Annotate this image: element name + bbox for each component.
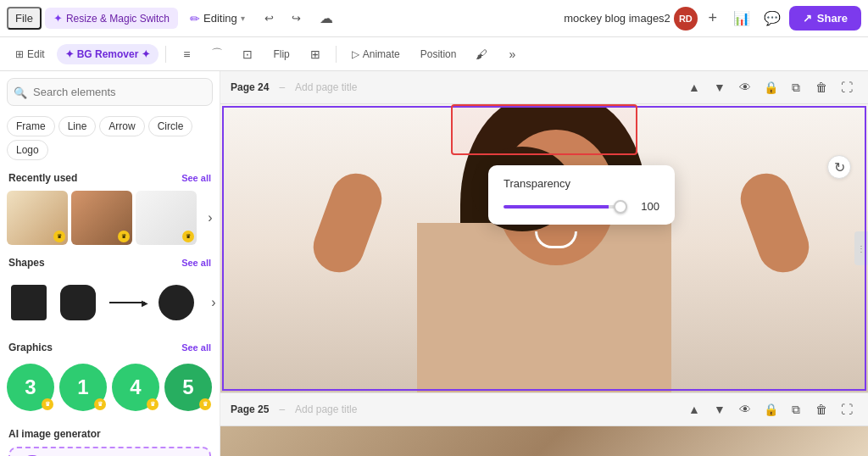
recent-item-1[interactable]: ♛ [7, 191, 68, 245]
cloud-save-button[interactable]: ☁ [313, 5, 340, 32]
document-name: mockey blog images2 [564, 12, 670, 25]
page25-title-placeholder[interactable]: Add page title [295, 403, 357, 415]
star-icon: ✦ [53, 12, 63, 25]
shapes-header: Shapes See all [0, 252, 220, 272]
undo-button[interactable]: ↩ [257, 6, 282, 31]
page24-number: Page 24 [231, 81, 269, 93]
page25-lock-button[interactable]: 🔒 [760, 398, 782, 420]
page25-copy-button[interactable]: ⧉ [785, 398, 807, 420]
generate-your-own-button[interactable]: + Generate your own [8, 447, 211, 456]
animate-button[interactable]: ▷ Animate [343, 44, 409, 64]
page24-title-placeholder[interactable]: Add page title [295, 81, 357, 93]
page-down-button[interactable]: ▼ [709, 76, 731, 98]
file-menu[interactable]: File [7, 7, 42, 30]
graphics-more[interactable]: › [217, 360, 220, 414]
share-button[interactable]: ↗ Share [789, 6, 861, 31]
page-lock-button[interactable]: 🔒 [760, 76, 782, 98]
graphic-item-3[interactable]: 3 ♛ [7, 364, 54, 411]
flip-button[interactable]: Flip [264, 44, 298, 64]
shapes-see-all[interactable]: See all [181, 258, 211, 268]
page25-preview [220, 426, 868, 456]
editing-dropdown[interactable]: ✏ Editing ▾ [181, 8, 253, 30]
canvas-right-handle[interactable]: ⋮ [854, 231, 868, 265]
graphic-item-4[interactable]: 4 ♛ [112, 364, 159, 411]
tag-logo[interactable]: Logo [7, 140, 48, 160]
crown-icon-g3: ♛ [147, 398, 159, 410]
page-copy-button[interactable]: ⧉ [785, 76, 807, 98]
transparency-slider[interactable] [504, 205, 627, 209]
search-input[interactable] [7, 78, 213, 106]
page-eye-button[interactable]: 👁 [734, 76, 756, 98]
ai-section: AI image generator + Generate your own “… [0, 421, 220, 456]
page-up-button[interactable]: ▲ [683, 76, 705, 98]
canvas-area: Page 24 – Add page title ▲ ▼ 👁 🔒 ⧉ 🗑 ⛶ [220, 71, 868, 456]
tag-circle[interactable]: Circle [148, 116, 193, 136]
transparency-popup: Transparency 100 [488, 165, 675, 225]
page25-delete-button[interactable]: 🗑 [810, 398, 832, 420]
secondary-toolbar: ⊞ Edit ✦ BG Remover ✦ ≡ ⌒ ⊡ Flip ⊞ ▷ Ani… [0, 37, 868, 71]
canvas-refresh-button[interactable]: ↻ [827, 155, 851, 179]
left-sidebar: 🔍 Frame Line Arrow Circle Logo Recently … [0, 71, 220, 456]
shape-circle[interactable] [154, 281, 198, 325]
topbar: File ✦ Resize & Magic Switch ✏ Editing ▾… [0, 0, 868, 37]
shapes-label: Shapes [8, 257, 45, 269]
add-collaborator-button[interactable]: + [701, 7, 725, 31]
search-box: 🔍 [7, 78, 213, 106]
crown-icon-g1: ♛ [42, 398, 53, 410]
graphics-label: Graphics [8, 342, 53, 353]
recently-used-see-all[interactable]: See all [181, 173, 211, 183]
crop-button[interactable]: ⊡ [234, 41, 261, 68]
graphic-item-1[interactable]: 1 ♛ [59, 364, 107, 411]
shape-arrow-line[interactable] [105, 294, 149, 311]
crown-icon-1: ♛ [53, 231, 65, 242]
resize-magic-switch-button[interactable]: ✦ Resize & Magic Switch [45, 8, 178, 29]
page25-up-button[interactable]: ▲ [683, 398, 705, 420]
transparency-value: 100 [636, 200, 659, 213]
main-layout: 🔍 Frame Line Arrow Circle Logo Recently … [0, 71, 868, 456]
page-expand-button[interactable]: ⛶ [836, 76, 858, 98]
tag-frame[interactable]: Frame [7, 116, 55, 136]
graphics-see-all[interactable]: See all [181, 342, 211, 353]
page25-eye-button[interactable]: 👁 [734, 398, 756, 420]
recent-item-2[interactable]: ♛ [71, 191, 132, 245]
toolbar-divider-1 [165, 46, 166, 63]
edit-button[interactable]: ⊞ Edit [7, 44, 53, 64]
pencil-icon: ✏ [190, 12, 200, 25]
tag-line[interactable]: Line [58, 116, 97, 136]
page25-number: Page 25 [231, 403, 269, 415]
chart-icon-button[interactable]: 📊 [728, 5, 755, 32]
graphics-header: Graphics See all [0, 336, 220, 357]
recent-item-3[interactable]: ♛ [136, 191, 197, 245]
search-icon: 🔍 [14, 86, 27, 98]
toolbar-divider-2 [336, 46, 337, 63]
redo-button[interactable]: ↪ [284, 6, 309, 31]
page24-label-bar: Page 24 – Add page title ▲ ▼ 👁 🔒 ⧉ 🗑 ⛶ [220, 71, 868, 104]
position-button[interactable]: Position [412, 44, 465, 64]
tag-arrow[interactable]: Arrow [99, 116, 144, 136]
shape-rounded-rect[interactable] [56, 281, 100, 325]
play-icon: ▷ [352, 48, 359, 60]
recent-items-more[interactable]: › [200, 191, 220, 245]
shape-square[interactable] [7, 281, 51, 325]
corner-radius-button[interactable]: ⌒ [203, 41, 231, 68]
red-highlight-box [451, 104, 637, 155]
avatar: RD [674, 7, 698, 31]
element-tags: Frame Line Arrow Circle Logo [0, 113, 220, 167]
page25-controls: ▲ ▼ 👁 🔒 ⧉ 🗑 ⛶ [683, 398, 858, 420]
crown-icon-g2: ♛ [94, 398, 106, 410]
more-options-button[interactable]: » [498, 41, 526, 68]
paint-roller-button[interactable]: 🖌 [468, 41, 495, 68]
page25-expand-button[interactable]: ⛶ [836, 398, 858, 420]
comments-button[interactable]: 💬 [759, 5, 786, 32]
page25-down-button[interactable]: ▼ [709, 398, 731, 420]
graphics-grid: 3 ♛ 1 ♛ 4 ♛ 5 ♛ › [0, 357, 220, 421]
grid-button[interactable]: ⊞ [302, 41, 329, 68]
page-delete-button[interactable]: 🗑 [810, 76, 832, 98]
shapes-more[interactable]: › [203, 275, 220, 330]
bg-remover-button[interactable]: ✦ BG Remover ✦ [57, 44, 159, 64]
menu-button[interactable]: ≡ [173, 41, 200, 68]
page24-controls: ▲ ▼ 👁 🔒 ⧉ 🗑 ⛶ [683, 76, 858, 98]
canvas-page-24[interactable]: Transparency 100 ⋮ ↻ [220, 104, 868, 392]
transparency-label: Transparency [504, 177, 659, 190]
graphic-item-5[interactable]: 5 ♛ [164, 364, 212, 411]
